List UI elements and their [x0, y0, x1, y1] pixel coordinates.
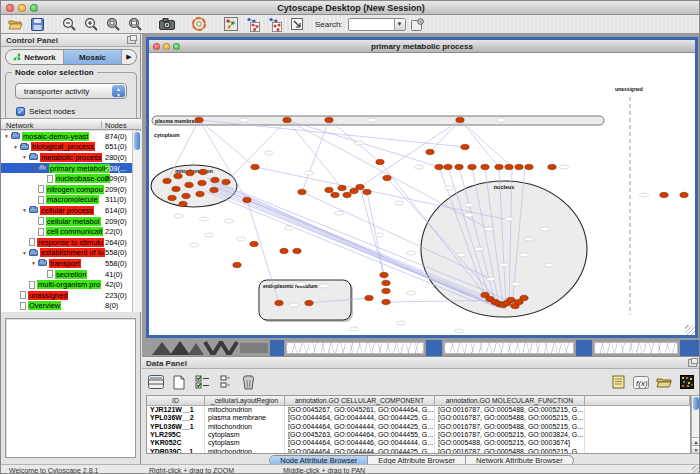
expand-triangle-icon[interactable]: ▼ — [22, 154, 28, 160]
network-node[interactable] — [382, 299, 390, 304]
network-node[interactable] — [325, 187, 333, 192]
tree-row[interactable]: Overview8(0) — [1, 301, 132, 312]
window-resize-grip[interactable] — [692, 466, 700, 474]
network-node[interactable] — [507, 297, 515, 302]
tree-row[interactable]: ▼transport558(0) — [1, 258, 132, 269]
table-header-cell[interactable]: ID — [147, 396, 205, 405]
network-node[interactable] — [548, 164, 556, 169]
table-cell[interactable]: YPL036W__1 — [147, 422, 205, 430]
background-window-border[interactable] — [426, 340, 442, 356]
network-node[interactable] — [435, 164, 443, 169]
network-node[interactable] — [382, 280, 390, 285]
network-node[interactable] — [251, 164, 259, 169]
tree-row[interactable]: ▼biological_process651(0) — [1, 142, 132, 153]
network-node[interactable] — [195, 117, 203, 122]
background-window-border[interactable] — [680, 340, 700, 356]
table-cell[interactable]: YLR295C — [147, 430, 205, 438]
table-cell[interactable]: YJR121W__1 — [147, 406, 205, 414]
network-node[interactable] — [455, 164, 463, 169]
network-node[interactable] — [461, 144, 469, 149]
table-cell[interactable] — [585, 414, 690, 422]
table-cell[interactable] — [585, 406, 690, 414]
table-row[interactable]: YKR052Ccytoplasm[GO:0044464, GO:0044446,… — [147, 439, 690, 447]
network-node[interactable] — [233, 262, 241, 267]
import-icon[interactable] — [287, 16, 307, 32]
table-cell[interactable]: [GO:0016787, GO:0005488, GO:0005215, G..… — [435, 447, 585, 454]
network-node[interactable] — [172, 186, 180, 191]
table-header-cell[interactable]: annotation.GO CELLULAR_COMPONENT — [285, 396, 435, 405]
float-data-panel-icon[interactable] — [688, 359, 697, 367]
tree-row[interactable]: response to stimulu264(0) — [1, 237, 132, 248]
table-cell[interactable] — [585, 422, 690, 430]
network-node[interactable] — [380, 272, 388, 277]
network-node[interactable] — [210, 187, 218, 192]
table-scrollbar[interactable]: ▲ ▼ — [691, 395, 700, 454]
network-node[interactable] — [250, 241, 258, 246]
network-node[interactable] — [174, 173, 182, 178]
network-node[interactable] — [363, 189, 371, 194]
network-node[interactable] — [179, 201, 187, 206]
table-cell[interactable]: mitochondrion — [205, 422, 285, 430]
birds-eye-view[interactable] — [5, 318, 136, 458]
table-row[interactable]: YPL036W__2plasma membrane[GO:0044464, GO… — [147, 414, 690, 422]
tree-row[interactable]: unassigned223(0) — [1, 290, 132, 301]
network-node[interactable] — [163, 178, 171, 183]
table-cell[interactable]: [GO:0016787, GO:0005488, GO:0005215, G..… — [435, 422, 585, 430]
network-node[interactable] — [199, 169, 207, 174]
background-window-border[interactable] — [576, 340, 592, 356]
modify-network-icon[interactable] — [265, 16, 285, 32]
expand-triangle-icon[interactable]: ▼ — [22, 207, 28, 213]
table-cell[interactable]: YDR039C__1 — [147, 447, 205, 454]
open-icon[interactable] — [5, 16, 25, 32]
network-canvas[interactable]: plasma membranecytoplasmmitochondrionnuc… — [149, 53, 695, 335]
network-node[interactable] — [444, 164, 452, 169]
tree-row[interactable]: ▼mosaic-demo-yeast874(0) — [1, 131, 132, 142]
network-node[interactable] — [275, 300, 283, 305]
table-header-cell[interactable]: annotation.GO MOLECULAR_FUNCTION — [435, 396, 585, 405]
table-row[interactable]: YDR039C__1mitochondrion[GO:0044464, GO:0… — [147, 447, 690, 454]
table-cell[interactable]: plasma membrane — [205, 414, 285, 422]
network-node[interactable] — [525, 164, 533, 169]
import-attributes-icon[interactable] — [654, 373, 674, 392]
table-cell[interactable]: [GO:0016787, GO:0005215, GO:0003824, G..… — [435, 430, 585, 438]
table-cell[interactable]: YKR052C — [147, 439, 205, 447]
network-node[interactable] — [520, 295, 528, 300]
table-cell[interactable]: [GO:0016787, GO:0005488, GO:0005215, G..… — [435, 414, 585, 422]
table-cell[interactable]: [GO:0044464, GO:0044444, GO:0044425, G..… — [285, 414, 435, 422]
attribute-notes-icon[interactable] — [608, 373, 628, 392]
tree-row[interactable]: ▼primary metabolic209(... — [1, 163, 132, 174]
tree-row[interactable]: ▼establishment of lo558(0) — [1, 248, 132, 259]
table-row[interactable]: YPL036W__1mitochondrion[GO:0044464, GO:0… — [147, 422, 690, 430]
tree-row[interactable]: nucleobase-con209(0) — [1, 173, 132, 184]
background-window-border[interactable] — [270, 340, 284, 356]
search-input[interactable]: ▼ — [348, 18, 406, 31]
network-node[interactable] — [196, 191, 204, 196]
network-node[interactable] — [293, 248, 301, 253]
table-cell[interactable]: YPL036W__2 — [147, 414, 205, 422]
background-window-thumbnail[interactable] — [286, 342, 424, 354]
delete-attribute-icon[interactable] — [238, 373, 258, 392]
network-node[interactable] — [211, 177, 219, 182]
expand-triangle-icon[interactable]: ▼ — [22, 250, 28, 256]
table-cell[interactable]: [GO:0044464, GO:0044446, GO:0044444, G..… — [285, 439, 435, 447]
tree-row[interactable]: cellular metabol209(0) — [1, 216, 132, 227]
network-node[interactable] — [426, 149, 434, 154]
network-node[interactable] — [338, 185, 346, 190]
search-dropdown-icon[interactable]: ▼ — [394, 19, 405, 30]
table-row[interactable]: YJR121W__1mitochondrion[GO:0045267, GO:0… — [147, 406, 690, 414]
network-node[interactable] — [456, 117, 464, 122]
merge-network-icon[interactable] — [243, 16, 263, 32]
canvas-resize-grip[interactable] — [685, 325, 695, 335]
zoom-fit-icon[interactable] — [125, 16, 145, 32]
network-node[interactable] — [505, 164, 513, 169]
network-node[interactable] — [468, 164, 476, 169]
help-icon[interactable] — [189, 16, 209, 32]
network-node[interactable] — [185, 182, 193, 187]
network-node[interactable] — [365, 295, 373, 300]
network-window-titlebar[interactable]: primary metabolic process — [149, 40, 695, 53]
table-cell[interactable]: mitochondrion — [205, 447, 285, 454]
tree-scrollbar[interactable] — [132, 131, 141, 312]
tree-row[interactable]: secretion41(0) — [1, 269, 132, 280]
float-panel-icon[interactable] — [127, 36, 136, 44]
table-cell[interactable] — [585, 447, 690, 454]
